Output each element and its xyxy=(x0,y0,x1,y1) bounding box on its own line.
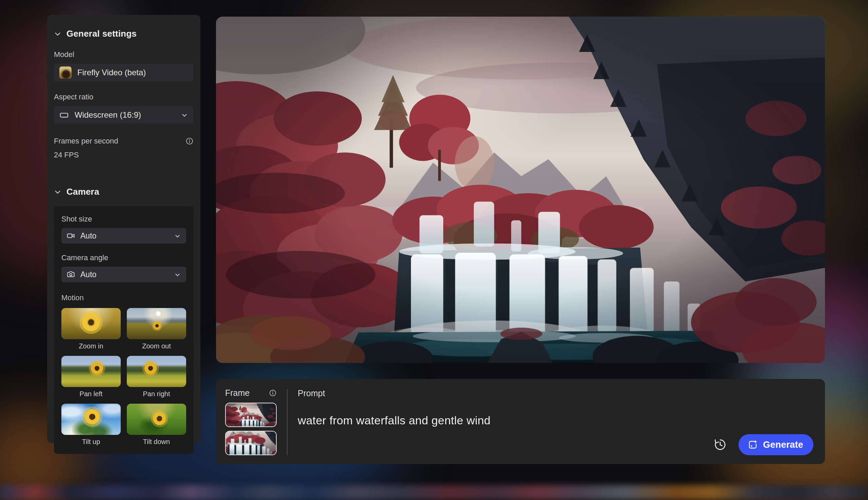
aspect-ratio-label: Aspect ratio xyxy=(54,93,194,101)
aspect-ratio-dropdown[interactable]: Widescreen (16:9) xyxy=(54,106,194,124)
generate-button[interactable]: Generate xyxy=(739,434,813,455)
shot-size-dropdown[interactable]: Auto xyxy=(61,228,186,243)
motion-thumbnail-pan-left xyxy=(61,356,121,387)
shot-size-value: Auto xyxy=(80,231,96,240)
aspect-ratio-value: Widescreen (16:9) xyxy=(74,110,141,120)
chevron-down-icon xyxy=(54,188,61,196)
motion-option-tilt-down[interactable]: Tilt down xyxy=(127,404,186,446)
divider xyxy=(287,389,288,455)
video-camera-icon xyxy=(67,231,75,240)
model-thumbnail xyxy=(59,67,71,79)
shot-size-label: Shot size xyxy=(61,215,186,224)
motion-option-tilt-up[interactable]: Tilt up xyxy=(61,404,121,446)
info-icon[interactable] xyxy=(185,137,194,145)
general-settings-title: General settings xyxy=(67,29,137,39)
start-frame-image xyxy=(226,403,276,427)
history-button[interactable] xyxy=(714,438,727,452)
model-label: Model xyxy=(54,50,194,59)
motion-thumbnail-tilt-up xyxy=(61,404,121,435)
generate-label: Generate xyxy=(763,440,803,450)
end-frame-thumbnail[interactable] xyxy=(225,431,277,455)
image-sparkle-icon xyxy=(747,439,758,450)
prompt-input[interactable]: water from waterfalls and gentle wind xyxy=(298,414,813,427)
motion-option-zoom-in[interactable]: Zoom in xyxy=(61,308,121,350)
chevron-down-icon xyxy=(174,271,181,278)
firefly-video-app: General settings Model Firefly Video (be… xyxy=(0,0,868,500)
motion-thumbnail-zoom-out xyxy=(127,308,186,339)
camera-section-header[interactable]: Camera xyxy=(54,186,194,197)
motion-thumbnail-tilt-down xyxy=(127,404,186,435)
general-settings-header[interactable]: General settings xyxy=(54,29,194,39)
frame-label: Frame xyxy=(225,388,250,398)
generated-video-frame xyxy=(216,16,825,363)
widescreen-frame-icon xyxy=(59,110,69,120)
motion-thumbnail-pan-right xyxy=(127,356,186,387)
photo-camera-icon xyxy=(67,270,75,279)
info-icon[interactable] xyxy=(269,389,277,397)
model-value: Firefly Video (beta) xyxy=(77,68,146,77)
camera-angle-label: Camera angle xyxy=(61,253,186,262)
motion-option-pan-right[interactable]: Pan right xyxy=(127,356,186,398)
history-clock-icon xyxy=(714,438,727,452)
video-preview xyxy=(216,16,825,363)
frame-column: Frame xyxy=(225,388,277,456)
model-selector[interactable]: Firefly Video (beta) xyxy=(54,64,194,81)
motion-thumbnail-zoom-in xyxy=(61,308,121,339)
fps-value: 24 FPS xyxy=(54,151,194,159)
prompt-actions: Generate xyxy=(714,434,813,455)
start-frame-thumbnail[interactable] xyxy=(225,403,277,427)
camera-angle-value: Auto xyxy=(80,270,96,279)
chevron-down-icon xyxy=(54,30,61,38)
camera-angle-dropdown[interactable]: Auto xyxy=(61,266,186,282)
camera-section-title: Camera xyxy=(67,186,99,197)
prompt-bar: Frame Prompt water from waterfalls and g… xyxy=(216,379,825,464)
fps-label: Frames per second xyxy=(54,137,118,146)
camera-panel: Shot size Auto Camera angle Auto Motion … xyxy=(54,206,194,454)
settings-sidebar: General settings Model Firefly Video (be… xyxy=(47,15,200,443)
chevron-down-icon xyxy=(181,111,188,119)
fps-row: Frames per second xyxy=(54,137,194,146)
prompt-label: Prompt xyxy=(298,388,325,398)
motion-option-zoom-out[interactable]: Zoom out xyxy=(127,308,186,350)
end-frame-image xyxy=(226,431,276,455)
chevron-down-icon xyxy=(174,232,181,239)
motion-grid: Zoom in Zoom out Pan left Pan right Tilt… xyxy=(61,308,186,446)
background-filmstrip xyxy=(0,485,868,500)
motion-option-pan-left[interactable]: Pan left xyxy=(61,356,121,398)
motion-label: Motion xyxy=(61,293,186,302)
